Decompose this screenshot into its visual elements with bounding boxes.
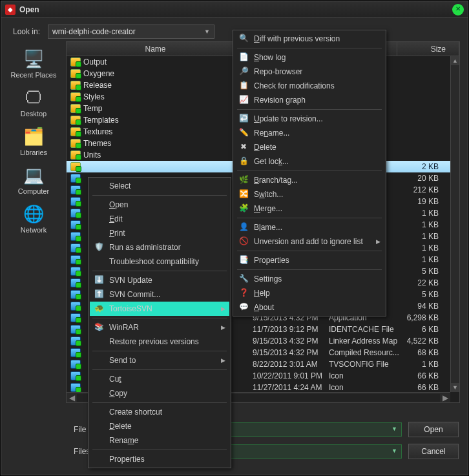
file-icon — [70, 336, 81, 346]
menu-label: Blame... — [254, 223, 282, 232]
col-name[interactable]: Name — [67, 42, 245, 56]
menu-icon: 👤 — [238, 222, 249, 233]
place-libraries[interactable]: 🗂️Libraries — [5, 123, 63, 159]
menu-label: Delete — [109, 422, 132, 431]
col-size[interactable]: Size — [397, 42, 459, 56]
scroll-down-icon[interactable]: ▼ — [451, 383, 459, 392]
place-label: Desktop — [21, 110, 47, 118]
menu-label: WinRAR — [109, 323, 139, 332]
chevron-down-icon: ▼ — [391, 426, 397, 432]
menu-item-delete[interactable]: ✖Delete — [234, 140, 384, 154]
menu-label: Merge... — [254, 204, 282, 213]
menu-item-select[interactable]: Select — [90, 179, 229, 193]
folder-icon — [70, 104, 81, 113]
place-label: Network — [21, 226, 47, 234]
menu-item-unversion-and-add-to-ignore-list[interactable]: 🚫Unversion and add to ignore list▶ — [234, 234, 384, 249]
menu-item-edit[interactable]: Edit — [90, 212, 229, 226]
place-recent-places[interactable]: 🖥️Recent Places — [5, 45, 63, 81]
menu-item-svn-update[interactable]: ⬇️SVN Update — [90, 273, 229, 287]
menu-icon: ↩️ — [238, 114, 249, 124]
place-network[interactable]: 🌐Network — [5, 200, 63, 236]
file-icon — [70, 290, 81, 299]
menu-item-properties[interactable]: Properties — [90, 452, 229, 466]
menu-item-troubleshoot-compatibility[interactable]: Troubleshoot compatibility — [90, 254, 229, 269]
file-icon — [70, 383, 81, 392]
menu-label: Unversion and add to ignore list — [254, 237, 363, 246]
table-row[interactable]: 9/15/2013 4:32 PMCompiled Resourc...68 K… — [250, 347, 450, 358]
close-button[interactable]: ✕ — [452, 4, 464, 16]
menu-item-restore-previous-versions[interactable]: Restore previous versions — [90, 335, 229, 349]
menu-item-about[interactable]: 💬About — [234, 300, 384, 315]
menu-item-diff-with-previous-version[interactable]: 🔍Diff with previous version — [234, 32, 384, 46]
table-row[interactable]: 9/15/2013 4:32 PMLinker Address Map4,522… — [250, 335, 450, 347]
open-button[interactable]: Open — [408, 422, 459, 437]
menu-item-settings[interactable]: 🔧Settings — [234, 272, 384, 286]
menu-item-cut[interactable]: Cut — [90, 372, 229, 386]
folder-icon — [70, 150, 81, 160]
scroll-right-icon[interactable]: ▶ — [440, 393, 450, 402]
cell-size: 5 KB — [402, 267, 441, 276]
menu-label: Show log — [254, 53, 286, 62]
dialog-title: Open — [19, 5, 452, 14]
table-row[interactable]: 11/7/2013 9:12 PMIDENTCACHE File6 KB — [250, 324, 450, 335]
menu-item-properties[interactable]: 📑Properties — [234, 253, 384, 267]
cancel-button[interactable]: Cancel — [408, 444, 459, 459]
file-icon — [70, 185, 81, 194]
table-row[interactable]: 8/22/2012 3:01 AMTVSCONFIG File1 KB — [250, 358, 450, 370]
submenu-arrow-icon: ▶ — [376, 238, 380, 245]
tortoisesvn-submenu[interactable]: 🔍Diff with previous version📄Show log🔎Rep… — [233, 30, 386, 316]
menu-item-help[interactable]: ❓Help — [234, 286, 384, 300]
table-row[interactable]: 10/22/2011 9:01 PMIcon66 KB — [250, 370, 450, 382]
menu-item-merge[interactable]: 🧩Merge... — [234, 202, 384, 216]
cell-size: 1 KB — [402, 243, 441, 253]
cell-size: 212 KB — [402, 185, 441, 194]
menu-item-copy[interactable]: Copy — [90, 386, 229, 400]
menu-item-delete[interactable]: Delete — [90, 419, 229, 433]
place-desktop[interactable]: 🖵Desktop — [5, 84, 63, 120]
file-icon — [70, 313, 81, 322]
cell-size: 6,298 KB — [402, 313, 441, 322]
cell-size: 2 KB — [402, 162, 441, 171]
menu-item-tortoisesvn[interactable]: 🐢TortoiseSVN▶ — [90, 302, 229, 316]
scroll-up-icon[interactable]: ▲ — [451, 56, 459, 65]
menu-item-rename[interactable]: ✏️Rename... — [234, 126, 384, 140]
open-dialog: ◆ Open ✕ Look in: wmi-delphi-code-creato… — [1, 1, 468, 475]
menu-item-run-as-administrator[interactable]: 🛡️Run as administrator — [90, 240, 229, 254]
menu-item-show-log[interactable]: 📄Show log — [234, 50, 384, 65]
file-icon — [70, 209, 81, 218]
menu-item-open[interactable]: Open — [90, 198, 229, 212]
place-computer[interactable]: 💻Computer — [5, 161, 63, 198]
folder-name: Output — [83, 57, 107, 67]
file-name — [83, 162, 85, 171]
menu-icon: ❓ — [238, 288, 249, 298]
menu-icon: 💬 — [238, 302, 249, 313]
file-icon — [70, 267, 81, 276]
menu-item-repo-browser[interactable]: 🔎Repo-browser — [234, 65, 384, 79]
lookin-combo[interactable]: wmi-delphi-code-creator ▼ — [48, 25, 214, 39]
menu-icon: 📄 — [238, 52, 249, 63]
app-icon: ◆ — [5, 5, 16, 15]
menu-item-rename[interactable]: Rename — [90, 433, 229, 448]
vertical-scrollbar[interactable]: ▲ ▼ — [450, 56, 459, 392]
menu-item-svn-commit[interactable]: ⬆️SVN Commit... — [90, 287, 229, 302]
bottom-panel: File n ▼ Open Files ▼ Cancel — [1, 417, 468, 475]
menu-item-create-shortcut[interactable]: Create shortcut — [90, 405, 229, 419]
file-icon — [70, 360, 81, 369]
context-menu[interactable]: SelectOpenEditPrint🛡️Run as administrato… — [88, 177, 231, 468]
menu-icon: 🔀 — [238, 189, 249, 200]
menu-item-winrar[interactable]: 📚WinRAR▶ — [90, 320, 229, 335]
menu-item-print[interactable]: Print — [90, 226, 229, 240]
menu-icon: ✏️ — [238, 128, 249, 138]
menu-item-get-lock[interactable]: 🔒Get lock... — [234, 154, 384, 169]
menu-item-blame[interactable]: 👤Blame... — [234, 220, 384, 234]
menu-item-update-to-revision[interactable]: ↩️Update to revision... — [234, 112, 384, 126]
menu-item-send-to[interactable]: Send to▶ — [90, 353, 229, 367]
menu-item-branch-tag[interactable]: 🌿Branch/tag... — [234, 173, 384, 187]
place-icon: 🖵 — [21, 87, 47, 109]
menu-item-check-for-modifications[interactable]: 📋Check for modifications — [234, 79, 384, 93]
scroll-left-icon[interactable]: ◀ — [67, 393, 77, 402]
menu-item-switch[interactable]: 🔀Switch... — [234, 187, 384, 202]
menu-label: Check for modifications — [254, 81, 335, 90]
file-icon — [70, 348, 81, 357]
menu-item-revision-graph[interactable]: 📈Revision graph — [234, 93, 384, 107]
